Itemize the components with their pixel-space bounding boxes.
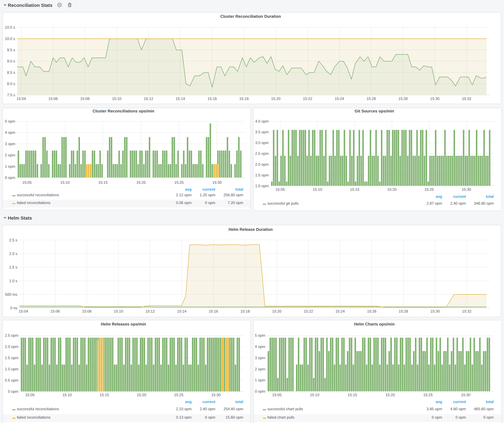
- svg-text:3.5 opm: 3.5 opm: [255, 130, 269, 134]
- svg-text:15:04: 15:04: [19, 309, 28, 313]
- svg-text:15:32: 15:32: [462, 309, 471, 313]
- svg-text:4.0 opm: 4.0 opm: [255, 119, 269, 123]
- svg-text:15:28: 15:28: [399, 309, 408, 313]
- svg-text:1.5 opm: 1.5 opm: [5, 356, 18, 360]
- svg-text:15:08: 15:08: [82, 309, 91, 313]
- svg-text:0 ns: 0 ns: [10, 306, 17, 310]
- svg-text:15:12: 15:12: [144, 97, 153, 101]
- svg-text:15:30: 15:30: [212, 180, 222, 184]
- svg-text:0.5 opm: 0.5 opm: [5, 378, 18, 382]
- svg-text:1.0 opm: 1.0 opm: [255, 184, 269, 188]
- svg-text:15:10: 15:10: [112, 97, 121, 101]
- svg-text:1.5 s: 1.5 s: [9, 265, 17, 269]
- svg-text:15:16: 15:16: [209, 309, 218, 313]
- svg-text:15:26: 15:26: [366, 97, 376, 101]
- svg-text:15:06: 15:06: [48, 97, 58, 101]
- svg-text:15:30: 15:30: [431, 309, 440, 313]
- svg-text:15:14: 15:14: [176, 97, 185, 101]
- svg-text:15:06: 15:06: [50, 309, 60, 313]
- svg-text:15:20: 15:20: [271, 97, 281, 101]
- svg-text:15:30: 15:30: [462, 187, 471, 191]
- svg-text:8.0 s: 8.0 s: [7, 82, 15, 86]
- svg-text:2.5 s: 2.5 s: [9, 238, 17, 242]
- svg-text:1.0 opm: 1.0 opm: [5, 367, 18, 371]
- svg-text:15:15: 15:15: [98, 180, 108, 184]
- svg-text:15:10: 15:10: [310, 393, 319, 397]
- svg-text:15:28: 15:28: [398, 97, 408, 101]
- svg-text:15:24: 15:24: [335, 97, 344, 101]
- svg-text:15:30: 15:30: [430, 97, 439, 101]
- svg-text:2.0 opm: 2.0 opm: [5, 345, 18, 349]
- svg-text:15:20: 15:20: [272, 309, 282, 313]
- svg-text:2.5 opm: 2.5 opm: [5, 333, 18, 337]
- svg-text:15:18: 15:18: [239, 97, 249, 101]
- svg-text:15:10: 15:10: [313, 187, 322, 191]
- svg-text:0 opm: 0 opm: [5, 175, 15, 180]
- svg-text:15:15: 15:15: [100, 393, 109, 397]
- svg-text:15:22: 15:22: [303, 97, 312, 101]
- svg-text:15:05: 15:05: [22, 180, 32, 184]
- svg-text:15:30: 15:30: [461, 393, 470, 397]
- svg-text:15:18: 15:18: [240, 309, 250, 313]
- svg-text:3.0 opm: 3.0 opm: [255, 141, 269, 145]
- svg-text:1 opm: 1 opm: [5, 164, 15, 168]
- svg-text:1.0 s: 1.0 s: [9, 279, 17, 283]
- svg-text:1 opm: 1 opm: [255, 378, 265, 382]
- svg-text:15:16: 15:16: [207, 97, 217, 101]
- svg-text:15:20: 15:20: [136, 180, 146, 184]
- svg-text:8.5 s: 8.5 s: [7, 70, 15, 75]
- svg-text:15:05: 15:05: [272, 393, 282, 397]
- svg-text:2 opm: 2 opm: [5, 153, 15, 157]
- svg-text:15:10: 15:10: [62, 393, 72, 397]
- svg-text:15:32: 15:32: [462, 97, 471, 101]
- svg-text:4 opm: 4 opm: [5, 130, 15, 135]
- svg-text:15:05: 15:05: [25, 393, 35, 397]
- svg-text:3 opm: 3 opm: [255, 356, 265, 360]
- svg-text:0 opm: 0 opm: [255, 389, 265, 394]
- svg-text:9.5 s: 9.5 s: [7, 48, 15, 52]
- svg-text:15:08: 15:08: [80, 97, 90, 101]
- svg-text:2.0 s: 2.0 s: [9, 252, 17, 256]
- svg-text:15:25: 15:25: [174, 180, 184, 184]
- svg-text:15:12: 15:12: [145, 309, 155, 313]
- svg-text:4 opm: 4 opm: [255, 345, 265, 349]
- svg-text:15:20: 15:20: [387, 187, 397, 191]
- svg-text:5 opm: 5 opm: [5, 119, 15, 123]
- svg-text:15:30: 15:30: [211, 393, 221, 397]
- svg-text:15:25: 15:25: [425, 187, 434, 191]
- svg-text:15:15: 15:15: [348, 393, 357, 397]
- svg-text:2.5 opm: 2.5 opm: [255, 151, 269, 155]
- svg-text:0 opm: 0 opm: [8, 389, 18, 394]
- svg-text:15:10: 15:10: [114, 309, 123, 313]
- svg-text:15:14: 15:14: [177, 309, 186, 313]
- svg-text:15:26: 15:26: [367, 309, 376, 313]
- svg-text:15:15: 15:15: [350, 187, 359, 191]
- svg-text:2 opm: 2 opm: [255, 367, 265, 371]
- svg-text:15:24: 15:24: [335, 309, 345, 313]
- svg-text:9.0 s: 9.0 s: [7, 59, 15, 63]
- svg-text:15:20: 15:20: [137, 393, 146, 397]
- svg-text:500 ms: 500 ms: [5, 292, 17, 297]
- svg-text:15:20: 15:20: [385, 393, 395, 397]
- svg-text:10.5 s: 10.5 s: [5, 25, 15, 29]
- svg-text:10.0 s: 10.0 s: [5, 37, 15, 41]
- svg-text:2.0 opm: 2.0 opm: [255, 162, 269, 166]
- svg-text:15:22: 15:22: [304, 309, 313, 313]
- svg-text:7.5 s: 7.5 s: [7, 93, 15, 97]
- svg-text:15:25: 15:25: [174, 393, 183, 397]
- svg-text:5 opm: 5 opm: [255, 333, 265, 337]
- svg-text:3 opm: 3 opm: [5, 141, 15, 146]
- svg-text:1.5 opm: 1.5 opm: [255, 173, 269, 177]
- svg-text:15:10: 15:10: [60, 180, 70, 184]
- svg-text:15:05: 15:05: [276, 187, 285, 191]
- svg-text:15:25: 15:25: [423, 393, 433, 397]
- svg-text:15:04: 15:04: [17, 97, 26, 101]
